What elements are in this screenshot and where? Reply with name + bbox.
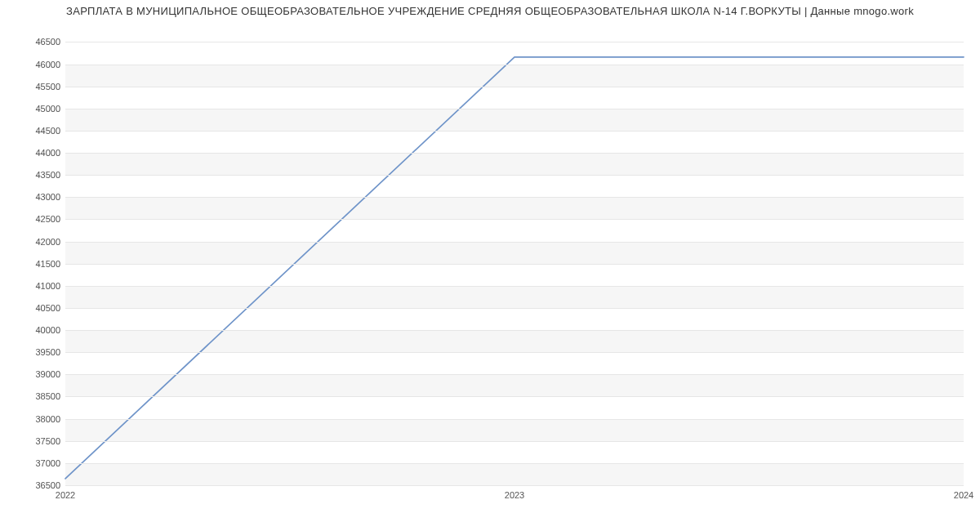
chart-title: ЗАРПЛАТА В МУНИЦИПАЛЬНОЕ ОБЩЕОБРАЗОВАТЕЛ… <box>0 5 980 17</box>
gridline <box>65 87 964 87</box>
gridline <box>65 463 964 464</box>
y-axis-tick-label: 37500 <box>11 436 60 446</box>
gridline <box>65 197 964 198</box>
gridline <box>65 153 964 154</box>
y-axis-tick-label: 39000 <box>11 369 60 379</box>
plot-area <box>65 38 964 486</box>
y-axis-tick-label: 40000 <box>11 325 60 335</box>
y-axis-tick-label: 42000 <box>11 237 60 247</box>
y-axis-tick-label: 43000 <box>11 192 60 202</box>
y-axis-tick-label: 44500 <box>11 126 60 136</box>
gridline <box>65 485 964 486</box>
y-axis-tick-label: 46500 <box>11 37 60 47</box>
gridline <box>65 308 964 309</box>
gridline <box>65 419 964 420</box>
gridline <box>65 352 964 353</box>
gridline <box>65 441 964 442</box>
y-axis-tick-label: 43500 <box>11 170 60 180</box>
gridline <box>65 109 964 109</box>
y-axis-tick-label: 45500 <box>11 82 60 91</box>
x-axis-tick-label: 2024 <box>954 490 973 500</box>
gridline <box>65 264 964 265</box>
y-axis-tick-label: 45000 <box>11 104 60 114</box>
gridline <box>65 286 964 287</box>
gridline <box>65 175 964 176</box>
gridline <box>65 65 964 65</box>
y-axis-tick-label: 38000 <box>11 414 60 424</box>
y-axis-tick-label: 37000 <box>11 458 60 468</box>
y-axis-tick-label: 41500 <box>11 259 60 269</box>
y-axis-tick-label: 42500 <box>11 214 60 224</box>
y-axis-tick-label: 40500 <box>11 303 60 313</box>
x-axis-tick-label: 2023 <box>505 490 524 500</box>
gridline <box>65 396 964 397</box>
gridline <box>65 131 964 132</box>
gridline <box>65 374 964 375</box>
y-axis-tick-label: 44000 <box>11 148 60 158</box>
gridline <box>65 219 964 220</box>
y-axis-tick-label: 41000 <box>11 281 60 291</box>
gridline <box>65 42 964 42</box>
y-axis-tick-label: 38500 <box>11 391 60 401</box>
line-chart: ЗАРПЛАТА В МУНИЦИПАЛЬНОЕ ОБЩЕОБРАЗОВАТЕЛ… <box>0 0 980 531</box>
y-axis-tick-label: 46000 <box>11 60 60 69</box>
y-axis-tick-label: 36500 <box>11 480 60 490</box>
gridline <box>65 330 964 331</box>
x-axis-tick-label: 2022 <box>56 490 75 500</box>
y-axis-tick-label: 39500 <box>11 347 60 357</box>
gridline <box>65 242 964 243</box>
